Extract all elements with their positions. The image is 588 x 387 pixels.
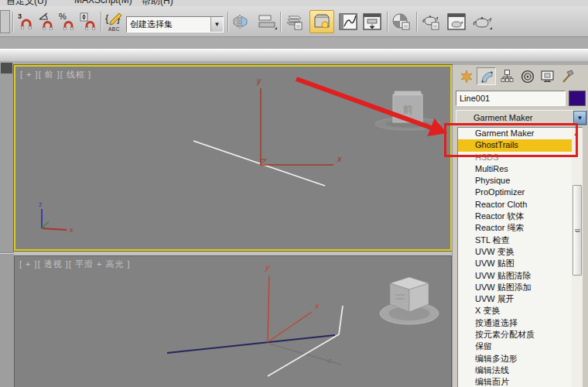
modifier-item[interactable]: MultiRes <box>458 163 583 175</box>
svg-text:ABC: ABC <box>108 26 120 32</box>
modify-icon <box>480 70 494 84</box>
modifier-item[interactable]: X 变换 <box>458 305 583 317</box>
layer-manager-icon[interactable] <box>283 10 306 33</box>
render-setup-teapot-glyph <box>421 12 443 32</box>
angle-snap-icon[interactable] <box>36 10 56 33</box>
mirror-icon[interactable] <box>231 10 254 33</box>
modifier-list-rows: Garment MakerGhostTrailsHSDSMultiResPhys… <box>458 128 583 387</box>
transform-gizmo[interactable]: y x <box>256 76 342 165</box>
viewcube-front-face-label[interactable]: 前 <box>403 104 413 115</box>
rendered-frame-window-icon[interactable] <box>445 10 468 33</box>
viewcube-front[interactable]: 前 <box>375 91 440 130</box>
left-strip-block <box>1 63 12 74</box>
tab-motion[interactable] <box>518 67 537 85</box>
magnet-3-icon: 3 <box>16 12 35 32</box>
object-color-swatch[interactable] <box>569 91 586 106</box>
modifier-item[interactable]: Reactor Cloth <box>458 199 583 211</box>
modifier-item[interactable]: UVW 贴图添加 <box>458 282 583 293</box>
transform-gizmo-persp[interactable]: y x <box>265 262 320 342</box>
modifier-item[interactable]: Garment Maker <box>458 128 583 139</box>
scrollbar-thumb[interactable] <box>573 185 582 276</box>
scrollbar-grip <box>575 229 580 231</box>
curve-editor-icon[interactable] <box>337 10 360 33</box>
modifier-item[interactable]: 编辑面片 <box>458 376 583 387</box>
modifier-item[interactable]: UVW 展开 <box>458 293 583 305</box>
schematic-view-glyph <box>361 12 383 32</box>
modifier-dropdown-value: Garment Maker <box>456 113 573 122</box>
display-icon <box>540 69 555 84</box>
modifier-item[interactable]: 编辑法线 <box>458 365 583 376</box>
viewport-perspective[interactable]: [ + ][ 透视 ][ 平滑 + 高光 ] z y x <box>14 255 452 387</box>
motion-icon <box>521 70 535 84</box>
modifier-item[interactable]: UVW 贴图 <box>458 258 583 269</box>
modifier-list-scrollbar[interactable]: ▲ <box>572 128 583 387</box>
rendered-frame-glyph <box>446 12 467 32</box>
graphite-ribbon-toggle[interactable] <box>309 10 334 33</box>
svg-text:{: { <box>105 12 109 24</box>
menu-maxscript[interactable]: MAXScript(M) <box>74 0 132 5</box>
create-icon <box>460 70 473 84</box>
spline-line001-persp[interactable] <box>167 335 335 353</box>
toolbar-separator <box>387 12 388 32</box>
modifier-item[interactable]: UVW 变换 <box>458 246 583 258</box>
modifier-item[interactable]: Reactor 绳索 <box>458 222 583 234</box>
named-selection-set-combo[interactable]: 创建选择集 ▼ <box>126 16 224 33</box>
menu-bar: 自定义(U) MAXScript(M) 帮助(H) <box>0 0 588 6</box>
viewcube-perspective[interactable] <box>380 277 439 324</box>
viewport-perspective-canvas: z y x <box>15 256 452 387</box>
modifier-dropdown[interactable]: Garment Maker ▼ <box>456 110 587 125</box>
percent-snap-icon[interactable]: % <box>57 10 77 33</box>
modifier-list-popup: Garment MakerGhostTrailsHSDSMultiResPhys… <box>457 127 583 387</box>
tab-hierarchy[interactable] <box>497 67 517 85</box>
render-setup-icon[interactable] <box>420 10 443 33</box>
scroll-up-icon[interactable]: ▲ <box>573 130 579 137</box>
viewport-front[interactable]: [ + ][ 前 ][ 线框 ] y x z x 前 <box>14 65 452 251</box>
gizmo-x-label: x <box>337 154 342 163</box>
modifier-item[interactable]: UVW 贴图清除 <box>458 270 583 282</box>
align-icon[interactable] <box>255 10 279 33</box>
layers-glyph <box>284 12 306 32</box>
chevron-down-icon[interactable]: ▼ <box>210 17 223 32</box>
modifier-item[interactable]: Reactor 软体 <box>458 211 583 222</box>
modifier-item[interactable]: HSDS <box>458 152 583 163</box>
modifier-item[interactable]: Physique <box>458 175 583 187</box>
material-editor-icon[interactable] <box>390 10 413 33</box>
toolbar-separator <box>101 12 102 32</box>
menu-customize[interactable]: 自定义(U) <box>6 0 47 6</box>
magnet-spinner-icon <box>79 12 97 32</box>
quick-render-icon[interactable] <box>470 10 494 33</box>
modifier-item[interactable]: 编辑多边形 <box>458 353 583 365</box>
ribbon-band-highlight <box>0 49 588 61</box>
spinner-snap-icon[interactable] <box>78 10 98 33</box>
mirror-glyph <box>231 12 253 32</box>
magnet-angle-icon <box>37 12 56 32</box>
left-edge-strip <box>0 65 14 387</box>
object-name-field[interactable]: Line001 <box>456 91 566 106</box>
quick-render-teapot-glyph <box>471 12 493 32</box>
left-strip-divider <box>0 252 14 254</box>
command-panel: Line001 Garment Maker ▼ Garment MakerGho… <box>452 65 588 387</box>
gizmo-y-label: y <box>256 76 262 85</box>
modifier-item[interactable]: 保留 <box>458 341 583 352</box>
keyboard-shortcut-icon: { } ABC <box>104 11 125 33</box>
tab-modify[interactable] <box>477 67 496 85</box>
tab-utilities[interactable] <box>558 67 577 85</box>
modifier-item[interactable]: 按通道选择 <box>458 317 583 329</box>
main-toolbar: 3 % { } <box>0 6 588 37</box>
spline-line001[interactable] <box>193 141 325 186</box>
chevron-down-icon[interactable]: ▼ <box>573 111 586 125</box>
menu-help[interactable]: 帮助(H) <box>142 0 173 6</box>
modifier-item[interactable]: ProOptimizer <box>458 187 583 198</box>
schematic-view-icon[interactable] <box>361 10 384 33</box>
snap-toggle-3d-icon[interactable]: 3 <box>15 10 36 33</box>
tab-display[interactable] <box>538 67 557 85</box>
modifier-item[interactable]: STL 检查 <box>458 235 583 246</box>
modifier-item[interactable]: 按元素分配材质 <box>458 329 583 341</box>
gizmo-y-label-persp: y <box>265 262 271 272</box>
toolbar-separator <box>12 12 14 32</box>
modifier-item[interactable]: GhostTrails <box>458 139 583 151</box>
tab-create[interactable] <box>456 67 476 85</box>
toolbar-flyout-stub[interactable] <box>0 10 10 33</box>
keyboard-override-icon[interactable]: { } ABC <box>104 10 125 33</box>
svg-text:3: 3 <box>18 12 22 20</box>
